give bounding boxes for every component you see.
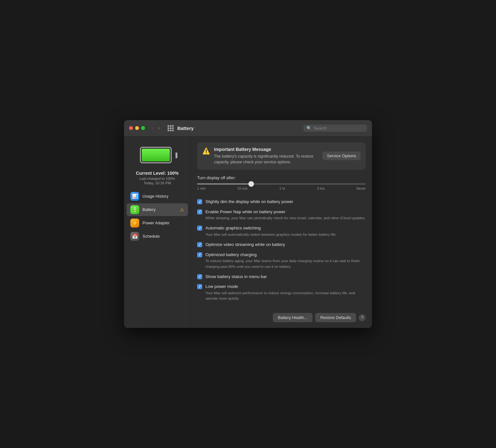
- slider-label: Turn display off after:: [197, 175, 366, 180]
- checkbox-optimized-charging[interactable]: ✓: [197, 252, 202, 257]
- option-optimized-charging: ✓ Optimized battery charging To reduce b…: [197, 250, 366, 272]
- slider-track[interactable]: [197, 183, 366, 185]
- slider-label-1min: 1 min: [197, 187, 206, 190]
- main-content: ⚠️ Important Battery Message The battery…: [191, 137, 372, 328]
- battery-graphic: [140, 147, 175, 164]
- checkbox-auto-graphics[interactable]: ✓: [197, 226, 202, 231]
- battery-icon: 🔋: [130, 205, 139, 214]
- close-button[interactable]: [129, 126, 133, 130]
- battery-level: Current Level: 100%: [136, 171, 179, 176]
- slider-labels: 1 min 15 min 1 hr 3 hrs Never: [197, 187, 366, 190]
- checkbox-video-streaming[interactable]: ✓: [197, 242, 202, 247]
- schedule-label: Schedule: [142, 234, 160, 239]
- slider-label-3hrs: 3 hrs: [317, 187, 325, 190]
- usage-history-label: Usage History: [142, 194, 169, 199]
- slider-fill: [197, 183, 251, 185]
- display-slider-container: Turn display off after: 1 min 15 min 1 h…: [197, 175, 366, 190]
- alert-warning-icon: ⚠️: [202, 147, 210, 155]
- option-video-streaming: ✓ Optimize video streaming while on batt…: [197, 240, 366, 250]
- alert-title: Important Battery Message: [214, 147, 319, 152]
- service-options-button[interactable]: Service Options: [322, 152, 361, 160]
- sidebar-navigation: 📊 Usage History 🔋 Battery ⚠ ⚡ Power Adap…: [124, 185, 190, 243]
- battery-tip: [176, 153, 177, 158]
- footer-buttons: Battery Health... Restore Defaults ?: [197, 310, 366, 322]
- option-dim-display: ✓ Slightly dim the display while on batt…: [197, 197, 366, 207]
- sidebar: Current Level: 100% Last charged to 100%…: [124, 137, 191, 328]
- search-icon: 🔍: [307, 126, 312, 131]
- battery-health-button[interactable]: Battery Health...: [273, 313, 313, 322]
- sidebar-item-battery[interactable]: 🔋 Battery ⚠: [127, 203, 188, 216]
- restore-defaults-button[interactable]: Restore Defaults: [315, 313, 356, 322]
- sidebar-item-schedule[interactable]: 📅 Schedule: [127, 230, 188, 243]
- battery-label: Battery: [142, 207, 155, 212]
- window-title: Battery: [177, 126, 300, 131]
- option-desc-auto-graphics: Your Mac will automatically switch betwe…: [205, 232, 366, 237]
- forward-button[interactable]: ›: [157, 125, 161, 132]
- option-title-video-streaming: Optimize video streaming while on batter…: [205, 242, 285, 248]
- option-desc-low-power-mode: Your Mac will optimize performance to re…: [205, 290, 366, 302]
- search-input[interactable]: [313, 126, 364, 131]
- option-menu-bar-status: ✓ Show battery status in menu bar: [197, 272, 366, 282]
- option-title-auto-graphics: Automatic graphics switching: [205, 225, 261, 231]
- option-auto-graphics: ✓ Automatic graphics switching Your Mac …: [197, 223, 366, 240]
- traffic-lights: [129, 126, 145, 130]
- window-content: Current Level: 100% Last charged to 100%…: [124, 137, 372, 328]
- sidebar-item-power-adapter[interactable]: ⚡ Power Adapter: [127, 217, 188, 229]
- fullscreen-button[interactable]: [141, 126, 145, 130]
- slider-thumb[interactable]: [248, 181, 254, 187]
- alert-text: The battery's capacity is significantly …: [214, 153, 319, 166]
- back-button[interactable]: ‹: [151, 125, 155, 132]
- slider-label-15min: 15 min: [237, 187, 248, 190]
- option-title-dim-display: Slightly dim the display while on batter…: [205, 199, 293, 205]
- slider-label-1hr: 1 hr: [279, 187, 286, 190]
- checkbox-low-power-mode[interactable]: ✓: [197, 284, 202, 289]
- battery-graphic-container: [140, 147, 175, 164]
- battery-body: [140, 147, 172, 163]
- option-title-optimized-charging: Optimized battery charging: [205, 252, 257, 258]
- checkbox-menu-bar-status[interactable]: ✓: [197, 274, 202, 279]
- usage-history-icon: 📊: [130, 192, 139, 201]
- titlebar: ‹ › Battery 🔍: [124, 120, 372, 137]
- options-list: ✓ Slightly dim the display while on batt…: [197, 197, 366, 303]
- search-box[interactable]: 🔍: [303, 125, 367, 132]
- battery-last-charged: Last charged to 100%: [140, 177, 175, 180]
- help-button[interactable]: ?: [359, 314, 366, 321]
- schedule-icon: 📅: [130, 232, 139, 241]
- nav-buttons: ‹ ›: [151, 125, 161, 132]
- option-low-power-mode: ✓ Low power mode Your Mac will optimize …: [197, 282, 366, 303]
- power-adapter-icon: ⚡: [130, 219, 139, 227]
- option-desc-optimized-charging: To reduce battery aging, your Mac learns…: [205, 258, 366, 269]
- battery-time: Today, 10:16 PM: [144, 181, 171, 185]
- sidebar-item-usage-history[interactable]: 📊 Usage History: [127, 190, 188, 203]
- main-window: ‹ › Battery 🔍: [124, 120, 372, 328]
- battery-fill: [142, 149, 170, 161]
- alert-box: ⚠️ Important Battery Message The battery…: [197, 142, 366, 170]
- option-desc-power-nap: While sleeping, your Mac can periodicall…: [205, 215, 366, 221]
- option-power-nap: ✓ Enable Power Nap while on battery powe…: [197, 207, 366, 223]
- battery-warning-icon: ⚠: [180, 207, 184, 212]
- checkbox-dim-display[interactable]: ✓: [197, 199, 202, 204]
- checkbox-power-nap[interactable]: ✓: [197, 209, 202, 214]
- app-grid-icon[interactable]: [168, 125, 174, 131]
- option-title-menu-bar-status: Show battery status in menu bar: [205, 274, 267, 280]
- power-adapter-label: Power Adapter: [142, 221, 169, 225]
- slider-label-never: Never: [356, 187, 366, 190]
- option-title-low-power-mode: Low power mode: [205, 284, 238, 289]
- alert-content: Important Battery Message The battery's …: [214, 147, 319, 166]
- minimize-button[interactable]: [135, 126, 139, 130]
- option-title-power-nap: Enable Power Nap while on battery power: [205, 209, 285, 215]
